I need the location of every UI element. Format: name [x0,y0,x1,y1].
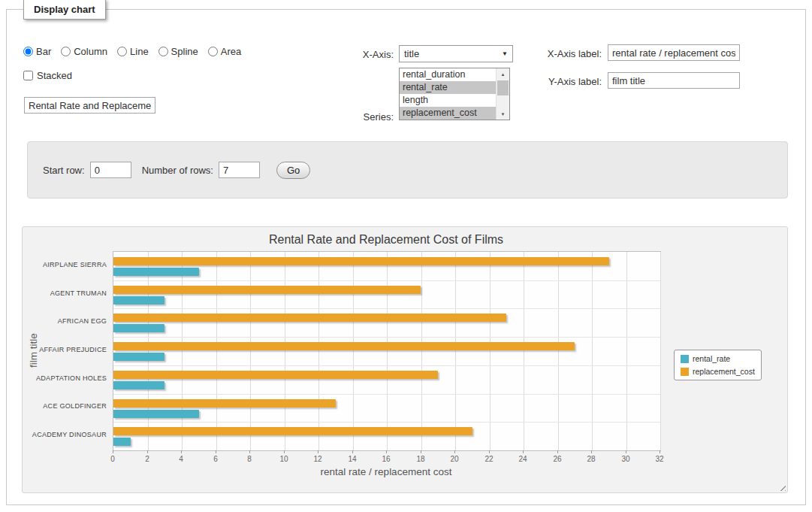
x-tick-label: 30 [614,455,637,463]
gridline-vertical [216,252,217,450]
plot-area [113,251,661,451]
chart-type-option-label: Column [74,46,107,57]
gridline-vertical [318,252,319,450]
chart-type-option-label: Area [221,46,241,57]
chart-type-option-bar[interactable]: Bar [23,46,51,57]
chart-type-option-area[interactable]: Area [208,46,241,57]
x-axis-tick [352,450,353,453]
chart-type-radio-bar[interactable] [23,47,33,56]
bar-replacement_cost [113,427,472,435]
x-tick-label: 0 [101,455,124,463]
stacked-option[interactable]: Stacked [23,70,72,81]
gridline-vertical [353,252,354,450]
legend-item-rental_rate: rental_rate [681,354,755,363]
down-arrow-icon: ▼ [501,112,506,117]
series-option-rental_duration[interactable]: rental_duration [400,68,496,81]
series-listbox[interactable]: rental_durationrental_ratelengthreplacem… [399,68,510,120]
app: Display chart BarColumnLineSplineArea St… [0,0,812,512]
chart-legend: rental_ratereplacement_cost [674,350,762,380]
gridline-horizontal [113,337,660,338]
bar-replacement_cost [113,314,506,322]
bar-rental_rate [113,268,199,276]
number-of-rows-input[interactable] [219,162,260,178]
chart-type-option-line[interactable]: Line [117,46,149,57]
chart-type-option-label: Line [130,46,149,57]
legend-label: replacement_cost [693,367,755,376]
y-category-label: ACE GOLDFINGER [23,402,107,410]
y-category-label: ACADEMY DINOSAUR [23,431,107,438]
x-axis-tick [147,450,148,453]
chart-canvas: Rental Rate and Replacement Cost of Film… [22,226,788,493]
x-axis-tick [454,450,455,453]
gridline-horizontal [113,308,660,309]
up-arrow-icon: ▲ [501,72,506,77]
x-tick-label: 4 [170,455,192,463]
x-axis-label-input[interactable] [608,44,740,61]
bar-rental_rate [113,296,165,304]
x-axis-label-label: X-Axis label: [524,48,602,59]
bar-rental_rate [113,381,165,389]
gridline-vertical [490,252,491,450]
x-axis-tick [318,450,318,453]
scrollbar-thumb[interactable] [497,80,509,95]
series-option-replacement_cost[interactable]: replacement_cost [400,107,496,120]
x-axis-tick [489,450,490,453]
chart-type-radio-column[interactable] [61,47,71,56]
stacked-checkbox[interactable] [23,71,33,80]
x-tick-label: 22 [478,455,500,463]
x-tick-label: 18 [409,455,432,463]
display-chart-panel: Display chart BarColumnLineSplineArea St… [6,9,806,505]
bar-replacement_cost [113,342,575,350]
chart-type-radio-area[interactable] [208,47,218,56]
x-tick-label: 14 [341,455,364,463]
chart-title-input[interactable] [24,97,155,114]
gridline-vertical [421,252,422,450]
x-axis-tick [284,450,285,453]
x-axis-tick [591,450,592,453]
scrollbar-track[interactable] [497,80,509,108]
chart-type-option-label: Bar [36,46,51,57]
y-axis-label-input[interactable] [608,72,740,89]
go-button[interactable]: Go [276,162,310,179]
gridline-vertical [182,252,183,450]
scroll-down-button[interactable]: ▼ [497,108,509,120]
bar-rental_rate [113,438,131,446]
gridline-horizontal [113,280,660,281]
dropdown-arrow-icon: ▼ [502,50,508,57]
chart-title: Rental Rate and Replacement Cost of Film… [113,233,660,247]
legend-swatch [681,355,689,363]
y-category-label: AFFAIR PREJUDICE [23,346,107,353]
chart-type-radio-line[interactable] [117,47,127,56]
x-tick-label: 6 [204,455,227,463]
series-option-length[interactable]: length [400,94,496,107]
x-tick-label: 10 [273,455,295,463]
gridline-vertical [387,252,388,450]
chart-type-radio-spline[interactable] [158,47,168,56]
chart-type-option-column[interactable]: Column [61,46,107,57]
chart-type-option-spline[interactable]: Spline [158,46,198,57]
x-axis-select[interactable]: title ▼ [399,45,513,62]
series-option-rental_rate[interactable]: rental_rate [400,81,496,94]
x-tick-label: 8 [238,455,261,463]
legend-item-replacement_cost: replacement_cost [681,367,755,376]
gridline-horizontal [113,365,660,366]
x-tick-label: 12 [306,455,329,463]
gridline-vertical [285,252,285,450]
bar-rental_rate [113,410,199,418]
x-axis-tick [249,450,250,453]
gridline-vertical [626,252,627,450]
resize-handle-icon[interactable] [777,483,786,491]
y-axis-label-label: Y-Axis label: [524,76,602,87]
chart-type-option-label: Spline [171,46,198,57]
x-axis-tick [523,450,524,453]
legend-swatch [681,368,689,376]
y-category-label: AFRICAN EGG [23,317,107,325]
gridline-horizontal [113,394,660,395]
scroll-up-button[interactable]: ▲ [497,68,509,80]
y-category-label: AGENT TRUMAN [23,289,107,297]
bar-replacement_cost [113,399,336,407]
series-scrollbar[interactable]: ▲ ▼ [496,68,509,120]
bar-replacement_cost [113,257,609,265]
bar-rental_rate [113,353,165,361]
start-row-input[interactable] [90,162,131,178]
